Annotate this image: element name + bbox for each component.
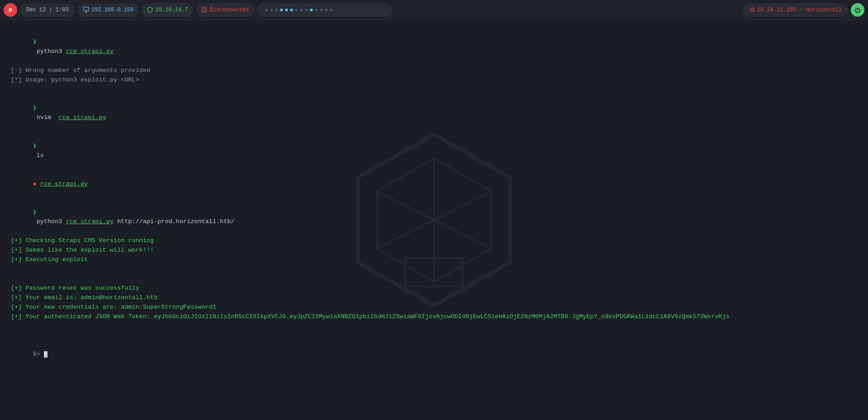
terminal-blank [11, 85, 857, 95]
terminal-content: ❯ python3 rce_strapi.py [-] Wrong number… [11, 28, 857, 369]
shield-icon [147, 7, 153, 13]
dot-1 [265, 9, 268, 11]
power-button[interactable] [851, 3, 864, 17]
vpn-ip-display[interactable]: 10.10.14.7 [142, 3, 193, 17]
terminal-blank [11, 322, 857, 331]
terminal-line: [*] Usage: python3 exploit.py <URL> [11, 76, 857, 85]
dot-14 [330, 9, 333, 11]
terminal-line: [+] Your authenticated JSON Web Token: e… [11, 312, 857, 322]
terminal-line: [+] Checking Strapi CMS Version running [11, 236, 857, 246]
activity-dots [257, 3, 393, 17]
dot-12 [320, 9, 323, 11]
terminal-line: ◆ rce_strapi.py [11, 170, 857, 199]
svg-point-7 [752, 9, 753, 10]
local-ip-display[interactable]: 192.168.0.158 [78, 3, 139, 17]
datetime-display: Dec 12 | 1:03 [20, 3, 75, 17]
monitor-icon [83, 7, 89, 13]
dot-2 [270, 9, 273, 11]
warning-icon [201, 7, 207, 13]
dot-3 [275, 9, 278, 11]
shell-prompt-line[interactable]: $> [11, 340, 857, 369]
terminal-line: [+] Password reset was successfully [11, 284, 857, 293]
svg-rect-0 [83, 7, 88, 11]
svg-point-5 [204, 10, 205, 11]
terminal-line: [-] Wrong number of arguments provided [11, 66, 857, 76]
terminal-line: [+] Your email is: admin@horizontall.htb [11, 293, 857, 303]
dot-6 [290, 9, 293, 11]
terminal-blank [11, 274, 857, 284]
terminal-line: [+] Your new credentials are: admin:Supe… [11, 303, 857, 312]
topbar: e Dec 12 | 1:03 192.168.0.158 10.10.14.7… [0, 0, 868, 20]
file-icon: ◆ [33, 181, 40, 187]
shell-prompt: $> [33, 351, 44, 358]
app-logo[interactable]: e [4, 3, 17, 17]
crosshair-icon [749, 7, 755, 13]
terminal-line: ❯ python3 rce_strapi.py http://api-prod.… [11, 199, 857, 237]
terminal-blank [11, 265, 857, 274]
terminal-line: [+] Seems like the exploit will work!!! [11, 246, 857, 255]
target-display[interactable]: 10.10.11.105 – Horizontall [743, 3, 848, 17]
terminal-line: ❯ ls [11, 132, 857, 170]
dot-4 [280, 9, 283, 11]
terminal-blank [11, 331, 857, 341]
terminal-line: ❯ nvim rce_strapi.py [11, 94, 857, 132]
power-icon [854, 7, 861, 13]
dot-10 [310, 9, 313, 11]
disconnected-status[interactable]: Disconnected [196, 3, 254, 17]
dot-13 [325, 9, 328, 11]
dot-5 [285, 9, 288, 11]
cursor [44, 351, 48, 358]
dot-11 [315, 9, 318, 11]
dot-9 [305, 9, 308, 11]
dot-7 [295, 9, 298, 11]
terminal-line: [+] Executing exploit [11, 255, 857, 265]
terminal[interactable]: ❯ python3 rce_strapi.py [-] Wrong number… [0, 20, 868, 420]
dot-8 [300, 9, 303, 11]
terminal-line: ❯ python3 rce_strapi.py [11, 28, 857, 66]
prompt-arrow: ❯ [33, 38, 37, 45]
